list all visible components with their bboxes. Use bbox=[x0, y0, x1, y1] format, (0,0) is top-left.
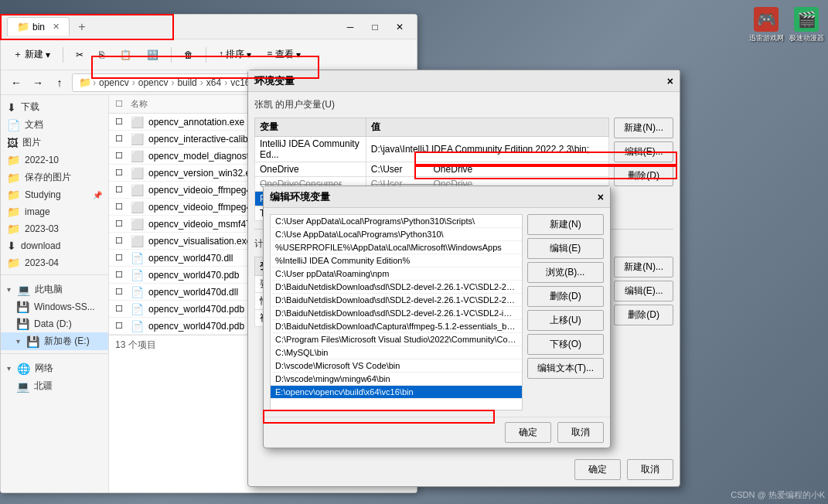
sidebar-item-label: 文档 bbox=[25, 118, 43, 131]
row-check: ☐ bbox=[115, 219, 131, 229]
path-list-item[interactable]: C:\User ppData\Roaming\npm bbox=[271, 267, 522, 281]
env-dialog-close-btn[interactable]: × bbox=[667, 75, 673, 87]
sidebar-item-downloads[interactable]: ⬇ 下载 bbox=[1, 98, 108, 116]
edit-dialog-close-btn[interactable]: × bbox=[598, 191, 604, 203]
env-ok-btn[interactable]: 确定 bbox=[574, 459, 621, 480]
path-x64[interactable]: x64 bbox=[205, 77, 223, 88]
edit-ok-btn[interactable]: 确定 bbox=[505, 422, 551, 443]
sidebar-item-data-d[interactable]: 💾 Data (D:) bbox=[1, 315, 108, 332]
sidebar-item-docs[interactable]: 📄 文档 bbox=[1, 116, 108, 134]
path-list-item[interactable]: D:\vscode\Microsoft VS Code\bin bbox=[271, 359, 522, 373]
path-list-item[interactable]: D:\BaiduNetdiskDownload\Captura\ffmpeg-5… bbox=[271, 320, 522, 333]
path-delete-btn[interactable]: 删除(D) bbox=[527, 286, 604, 307]
desktop-icons: 🎮 迅雷游戏网 🎬 极速动漫器 bbox=[748, 6, 825, 43]
sidebar-item-2023-03[interactable]: 📁 2023-03 bbox=[1, 220, 108, 237]
path-build[interactable]: build bbox=[175, 77, 198, 88]
sidebar-item-windows[interactable]: 💾 Windows-SS... bbox=[1, 298, 108, 315]
file-icon: ⬜ bbox=[131, 150, 144, 162]
user-var-row-onedrive[interactable]: OneDrive C:\User OneDrive bbox=[255, 162, 609, 177]
minimize-btn[interactable]: ─ bbox=[339, 19, 361, 35]
folder-icon: 📁 bbox=[7, 189, 20, 201]
tab-add-btn[interactable]: + bbox=[73, 18, 91, 36]
sidebar-item-image[interactable]: 📁 image bbox=[1, 203, 108, 220]
sort-button[interactable]: ↑ 排序 ▾ bbox=[213, 45, 257, 64]
new-icon: ＋ bbox=[13, 48, 22, 61]
delete-button[interactable]: 🗑 bbox=[178, 46, 199, 63]
row-check: ☐ bbox=[115, 134, 131, 144]
new-button[interactable]: ＋ 新建 ▾ bbox=[7, 45, 56, 64]
expand-icon: ▾ bbox=[7, 285, 11, 294]
user-var-row-intellij[interactable]: IntelliJ IDEA Community Ed... D:\java\In… bbox=[255, 137, 609, 162]
path-list-item[interactable]: C:\User AppData\Local\Programs\Python310… bbox=[271, 215, 522, 228]
path-list: C:\User AppData\Local\Programs\Python310… bbox=[270, 214, 523, 410]
rename-button[interactable]: 🔡 bbox=[141, 46, 165, 63]
cut-icon: ✂ bbox=[76, 49, 83, 60]
user-edit-btn[interactable]: 编辑(E)... bbox=[614, 141, 673, 162]
path-opencv1[interactable]: opencv bbox=[97, 77, 131, 88]
copy-button[interactable]: ⎘ bbox=[93, 46, 111, 63]
env-cancel-btn[interactable]: 取消 bbox=[627, 459, 673, 480]
path-down-btn[interactable]: 下移(O) bbox=[527, 334, 604, 355]
path-opencv2[interactable]: opencv bbox=[137, 77, 170, 88]
pin-icon: 📌 bbox=[93, 191, 102, 199]
path-up-btn[interactable]: 上移(U) bbox=[527, 310, 604, 331]
user-delete-btn[interactable]: 删除(D) bbox=[614, 165, 673, 186]
sidebar-item-pictures[interactable]: 🖼 图片 bbox=[1, 134, 108, 152]
sidebar-divider-2 bbox=[1, 353, 108, 356]
path-list-item[interactable]: C:\Use AppData\Local\Programs\Python310\ bbox=[271, 228, 522, 241]
path-list-item[interactable]: D:\BaiduNetdiskDownload\sdl\SDL2-devel-2… bbox=[271, 307, 522, 320]
sys-new-btn[interactable]: 新建(N)... bbox=[614, 257, 673, 278]
path-list-item[interactable]: D:\BaiduNetdiskDownload\sdl\SDL2-devel-2… bbox=[271, 281, 522, 294]
desktop-icon-game-label: 迅雷游戏网 bbox=[749, 33, 784, 43]
sidebar-item-label: 保存的图片 bbox=[25, 171, 71, 184]
sidebar-item-beijiang[interactable]: 💻 北疆 bbox=[1, 377, 108, 395]
sidebar-item-label: 北疆 bbox=[34, 380, 53, 393]
explorer-toolbar: ＋ 新建 ▾ ✂ ⎘ 📋 🔡 🗑 ↑ 排序 ▾ ≡ 查看 ▾ bbox=[1, 39, 417, 70]
back-btn[interactable]: ← bbox=[7, 73, 26, 92]
sidebar-item-new-e[interactable]: ▾ 💾 新加卷 (E:) bbox=[1, 332, 108, 350]
sidebar-item-this-pc[interactable]: ▾ 💻 此电脑 bbox=[1, 281, 108, 298]
maximize-btn[interactable]: □ bbox=[364, 19, 386, 35]
forward-btn[interactable]: → bbox=[29, 73, 47, 92]
path-list-item[interactable]: D:\BaiduNetdiskDownload\sdl\SDL2-devel-2… bbox=[271, 294, 522, 307]
path-list-item[interactable]: %IntelliJ IDEA Community Edition% bbox=[271, 254, 522, 267]
row-check: ☐ bbox=[115, 151, 131, 161]
close-btn[interactable]: ✕ bbox=[389, 19, 411, 35]
sidebar-item-label: image bbox=[25, 206, 50, 217]
tab-close-btn[interactable]: ✕ bbox=[53, 22, 60, 32]
path-list-item[interactable]: %USERPROFILE%\AppData\Local\Microsoft\Wi… bbox=[271, 241, 522, 254]
explorer-tab-bin[interactable]: 📁 bin ✕ bbox=[7, 17, 70, 36]
sidebar-item-2022-10[interactable]: 📁 2022-10 bbox=[1, 152, 108, 169]
edit-env-dialog: 编辑环境变量 × C:\User AppData\Local\Programs\… bbox=[263, 186, 611, 448]
paste-button[interactable]: 📋 bbox=[114, 46, 138, 63]
desktop-icon-game[interactable]: 🎮 迅雷游戏网 bbox=[748, 6, 785, 43]
sidebar-item-studying[interactable]: 📁 Studying 📌 bbox=[1, 186, 108, 203]
path-new-btn[interactable]: 新建(N) bbox=[527, 214, 604, 235]
anime-icon: 🎬 bbox=[794, 7, 819, 32]
path-list-item[interactable]: C:\Program Files\Microsoft Visual Studio… bbox=[271, 333, 522, 346]
path-edit-text-btn[interactable]: 编辑文本(T)... bbox=[527, 358, 604, 379]
var-name: OneDrive bbox=[255, 162, 366, 177]
path-browse-btn[interactable]: 浏览(B)... bbox=[527, 262, 604, 283]
sidebar-item-saved-pics[interactable]: 📁 保存的图片 bbox=[1, 169, 108, 186]
path-list-item[interactable]: D:\vscode\mingw\mingw64\bin bbox=[271, 373, 522, 386]
folder-icon: 📁 bbox=[7, 154, 20, 166]
path-list-item[interactable]: C:\MySQL\bin bbox=[271, 346, 522, 359]
pictures-icon: 🖼 bbox=[7, 137, 18, 149]
sys-edit-btn[interactable]: 编辑(E)... bbox=[614, 281, 673, 301]
up-btn[interactable]: ↑ bbox=[50, 73, 69, 92]
path-list-item[interactable]: E:\opencv\opencv\build\x64\vc16\bin bbox=[271, 386, 522, 399]
desktop-icon-anime[interactable]: 🎬 极速动漫器 bbox=[788, 6, 825, 43]
sys-delete-btn[interactable]: 删除(D) bbox=[614, 305, 673, 325]
path-edit-btn[interactable]: 编辑(E) bbox=[527, 238, 604, 259]
drive-icon: 💾 bbox=[16, 318, 29, 330]
explorer-titlebar: 📁 bin ✕ + ─ □ ✕ bbox=[1, 15, 417, 39]
sidebar-item-network[interactable]: ▾ 🌐 网络 bbox=[1, 359, 108, 377]
edit-cancel-btn[interactable]: 取消 bbox=[557, 422, 604, 443]
cut-button[interactable]: ✂ bbox=[70, 46, 90, 63]
sidebar-item-download[interactable]: ⬇ download bbox=[1, 237, 108, 254]
user-new-btn[interactable]: 新建(N)... bbox=[614, 117, 673, 138]
view-button[interactable]: ≡ 查看 ▾ bbox=[261, 45, 306, 64]
sidebar-item-label: 此电脑 bbox=[35, 283, 63, 296]
sidebar-item-2023-04[interactable]: 📁 2023-04 bbox=[1, 254, 108, 271]
